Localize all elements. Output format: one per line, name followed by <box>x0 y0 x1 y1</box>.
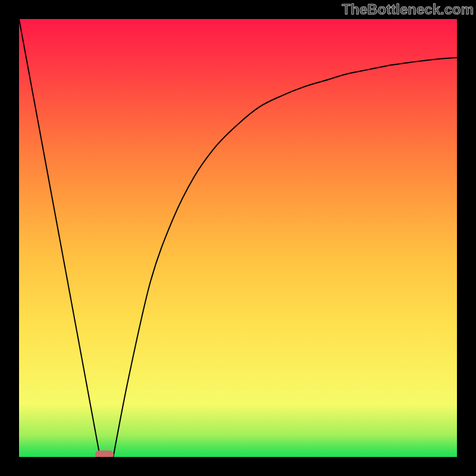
curve-layer <box>19 19 457 457</box>
curve-right-branch <box>113 58 457 457</box>
curve-left-branch <box>19 19 100 457</box>
minimum-marker <box>95 450 114 457</box>
plot-area <box>19 19 457 457</box>
watermark-text: TheBottleneck.com <box>342 1 474 18</box>
chart-frame: TheBottleneck.com <box>0 0 476 476</box>
